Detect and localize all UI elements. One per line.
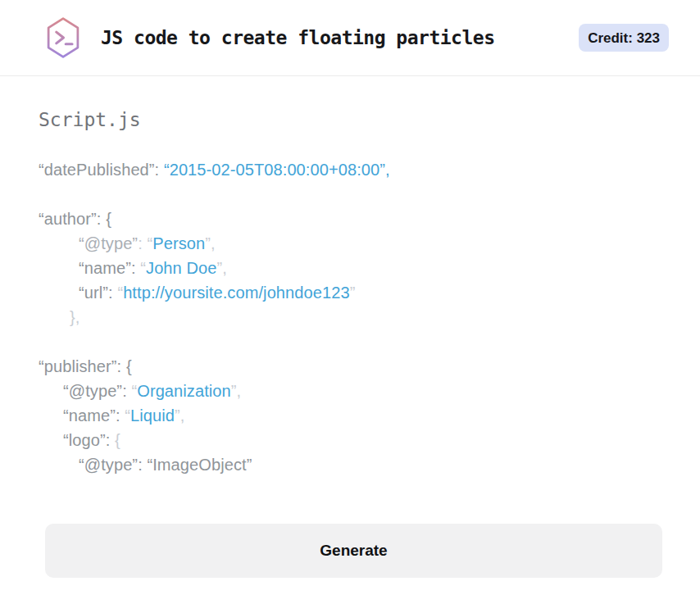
code-token: ”,	[175, 406, 184, 425]
code-token: ”,	[205, 234, 215, 252]
header: JS code to create floating particles Cre…	[0, 0, 700, 76]
code-line: “publisher”: {	[39, 354, 661, 379]
code-token: : “	[138, 234, 152, 252]
code-line: “logo”: {	[39, 428, 661, 452]
code-token: “2015-02-05T08:00:00+08:00”,	[164, 161, 390, 179]
code-line: “name”: “John Doe”,	[39, 256, 661, 280]
code-line	[39, 329, 661, 354]
code-token: John Doe	[146, 259, 216, 277]
page-title: JS code to create floating particles	[101, 27, 495, 48]
code-token: ”,	[231, 382, 241, 400]
code-token: “@type”:	[63, 382, 131, 400]
code-token: “name”:	[63, 406, 125, 425]
code-line: “author”: {	[39, 207, 661, 231]
code-token: “@type”	[79, 234, 138, 252]
code-token: “name”:	[79, 259, 140, 277]
code-token: {	[115, 431, 120, 449]
script-filename: Script.js	[39, 109, 661, 130]
code-token: “author”: {	[39, 210, 111, 228]
main-content: Script.js “datePublished”: “2015-02-05T0…	[0, 76, 700, 578]
code-token: Person	[152, 234, 205, 252]
code-line: “@type”: “Organization”,	[39, 379, 661, 403]
credit-badge: Credit: 323	[579, 24, 669, 52]
code-token: ”	[350, 284, 356, 302]
code-token: “@type”: “ImageObject”	[79, 456, 252, 474]
code-line	[39, 182, 661, 207]
code-token: “publisher”: {	[39, 357, 132, 375]
code-token: “url”:	[79, 284, 117, 302]
code-token: Organization	[137, 382, 231, 400]
code-line: “@type”: “ImageObject”	[39, 452, 661, 477]
terminal-prompt-hexagon-icon	[45, 16, 81, 59]
code-line: “datePublished”: “2015-02-05T08:00:00+08…	[39, 157, 661, 182]
code-line: },	[39, 305, 661, 329]
code-token: ”,	[216, 259, 226, 277]
generate-button[interactable]: Generate	[45, 524, 662, 578]
code-line: “name”: “Liquid”,	[39, 403, 661, 428]
code-line: “@type”: “Person”,	[39, 231, 661, 256]
code-token: “logo”:	[63, 431, 115, 449]
code-token: },	[70, 308, 80, 326]
code-line: “url”: “http://yoursite.com/johndoe123”	[39, 280, 661, 305]
code-block: “datePublished”: “2015-02-05T08:00:00+08…	[39, 157, 661, 477]
code-token: http://yoursite.com/johndoe123	[123, 284, 350, 302]
code-token: “datePublished”:	[39, 161, 164, 179]
code-token: Liquid	[130, 406, 175, 425]
